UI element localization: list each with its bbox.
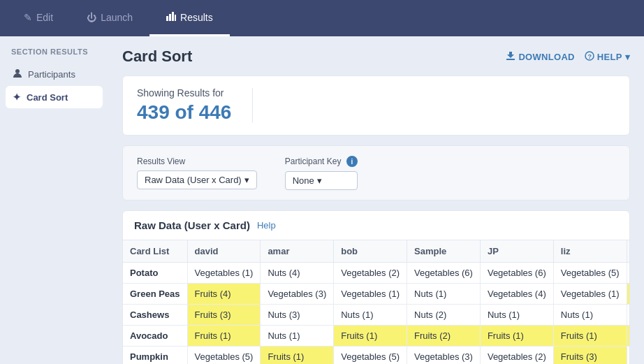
results-label: Showing Results for [137, 87, 231, 99]
table-cell: Vegetables (5) [334, 347, 407, 365]
header-actions: DOWNLOAD ? HELP ▾ [506, 51, 630, 63]
svg-rect-0 [166, 16, 168, 21]
chevron-down-icon: ▾ [244, 175, 249, 185]
table-header-row: Raw Data (User x Card) Help [123, 211, 629, 240]
col-header-sample: Sample [407, 240, 481, 263]
table-section: Raw Data (User x Card) Help Card List da… [122, 210, 630, 364]
page-header: Card Sort DOWNLOAD ? [122, 48, 630, 66]
edit-icon: ✎ [24, 12, 32, 23]
table-cell: Vegetables (1) [334, 284, 407, 305]
cell-card-name: Potato [123, 263, 187, 284]
bar-chart-icon [166, 11, 176, 23]
table-cell: Vegetables (2) [334, 263, 407, 284]
table-cell: Fruits (2) [407, 326, 481, 347]
cell-card-name: Pumpkin [123, 347, 187, 365]
cell-card-name: Cashews [123, 305, 187, 326]
controls-row: Results View Raw Data (User x Card) ▾ Pa… [122, 145, 630, 201]
table-cell: Fruits (1) [553, 326, 627, 347]
tab-results[interactable]: Results [149, 0, 230, 36]
col-header-amar: amar [261, 240, 334, 263]
results-view-label: Results View [137, 156, 257, 166]
table-cell: Fruits (1) [187, 326, 261, 347]
main-layout: SECTION RESULTS Participants ✦ Card Sort… [0, 36, 644, 364]
results-number: 439 of 446 [137, 101, 231, 124]
table-cell: Fr… [627, 326, 629, 347]
table-cell: Nuts (1) [261, 326, 334, 347]
svg-point-4 [15, 69, 20, 73]
svg-rect-5 [506, 59, 515, 60]
svg-rect-2 [172, 12, 174, 21]
table-cell: Nuts (3) [261, 305, 334, 326]
table-cell: Vegetables (2) [480, 347, 553, 365]
results-view-control: Results View Raw Data (User x Card) ▾ [137, 156, 257, 189]
col-header-bob: bob [334, 240, 407, 263]
table-cell: Fruits (1) [480, 326, 553, 347]
table-row: PotatoVegetables (1)Nuts (4)Vegetables (… [123, 263, 629, 284]
table-header: Card List david amar bob Sample JP liz M [123, 240, 629, 263]
person-icon [13, 68, 22, 80]
top-navigation: ✎ Edit ⏻ Launch Results [0, 0, 644, 36]
svg-rect-3 [175, 15, 176, 21]
results-summary-card: Showing Results for 439 of 446 [122, 75, 630, 136]
table-cell: Fr… [627, 284, 629, 305]
tab-edit[interactable]: ✎ Edit [7, 0, 70, 36]
chevron-down-icon: ▾ [317, 175, 322, 186]
col-header-m: M ▲ ▼ [627, 240, 629, 263]
page-title: Card Sort [122, 48, 192, 66]
table-cell: Vegetables (3) [261, 284, 334, 305]
table-cell: N… [627, 305, 629, 326]
table-row: CashewsFruits (3)Nuts (3)Nuts (1)Nuts (2… [123, 305, 629, 326]
sidebar: SECTION RESULTS Participants ✦ Card Sort [0, 36, 108, 364]
results-summary-text: Showing Results for 439 of 446 [137, 87, 231, 124]
results-view-select[interactable]: Raw Data (User x Card) ▾ [137, 170, 257, 189]
table-cell: Nuts (1) [334, 305, 407, 326]
table-title: Raw Data (User x Card) [134, 219, 250, 231]
sidebar-item-participants[interactable]: Participants [6, 63, 103, 86]
power-icon: ⏻ [87, 12, 96, 23]
help-circle-icon: ? [585, 51, 594, 63]
table-cell: Nuts (2) [407, 305, 481, 326]
table-cell: Nuts (1) [407, 284, 481, 305]
help-button[interactable]: ? HELP ▾ [585, 51, 630, 63]
table-cell: Fruits (4) [187, 284, 261, 305]
table-help-link[interactable]: Help [257, 220, 276, 231]
info-icon[interactable]: i [346, 156, 358, 167]
content-area: Card Sort DOWNLOAD ? [108, 36, 644, 364]
vertical-divider [252, 88, 253, 123]
table-cell: Fruits (1) [261, 347, 334, 365]
table-cell: Fruits (3) [187, 305, 261, 326]
sidebar-section-label: SECTION RESULTS [6, 48, 103, 63]
cell-card-name: Green Peas [123, 284, 187, 305]
table-cell: Vegetables (5) [553, 263, 627, 284]
table-cell: V… [627, 263, 629, 284]
table-cell: Vegetables (6) [480, 263, 553, 284]
table-row: PumpkinVegetables (5)Fruits (1)Vegetable… [123, 347, 629, 365]
download-icon [506, 51, 515, 63]
data-table: Card List david amar bob Sample JP liz M [123, 240, 629, 364]
table-cell: Fruits (3) [553, 347, 627, 365]
table-cell: Vegetables (3) [407, 347, 481, 365]
table-cell: Vegetables (4) [480, 284, 553, 305]
table-row: AvocadoFruits (1)Nuts (1)Fruits (1)Fruit… [123, 326, 629, 347]
participant-key-label: Participant Key i [285, 156, 358, 167]
sidebar-item-card-sort[interactable]: ✦ Card Sort [6, 86, 103, 108]
tab-launch[interactable]: ⏻ Launch [70, 0, 149, 36]
participant-key-select[interactable]: None ▾ [285, 171, 358, 190]
col-header-liz: liz [553, 240, 627, 263]
table-body: PotatoVegetables (1)Nuts (4)Vegetables (… [123, 263, 629, 365]
download-button[interactable]: DOWNLOAD [506, 51, 574, 63]
table-cell: Nuts (4) [261, 263, 334, 284]
table-cell: N… [627, 347, 629, 365]
col-header-card-list: Card List [123, 240, 187, 263]
participant-key-control: Participant Key i None ▾ [285, 156, 358, 190]
table-cell: Fruits (1) [334, 326, 407, 347]
cell-card-name: Avocado [123, 326, 187, 347]
table-cell: Nuts (1) [480, 305, 553, 326]
table-row: Green PeasFruits (4)Vegetables (3)Vegeta… [123, 284, 629, 305]
table-cell: Vegetables (1) [553, 284, 627, 305]
table-cell: Vegetables (6) [407, 263, 481, 284]
table-cell: Nuts (1) [553, 305, 627, 326]
table-cell: Vegetables (5) [187, 347, 261, 365]
card-sort-icon: ✦ [13, 92, 21, 103]
table-cell: Vegetables (1) [187, 263, 261, 284]
